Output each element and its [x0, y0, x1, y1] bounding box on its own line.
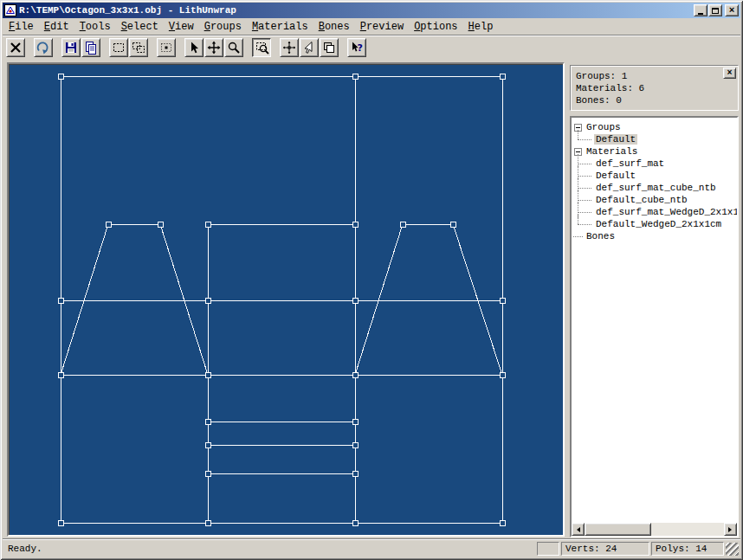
redo-button[interactable] [34, 38, 53, 57]
menu-options[interactable]: Options [409, 19, 462, 35]
tree-item-label: def_surf_mat_WedgeD_2x1x1 [594, 207, 737, 217]
uv-vertex[interactable] [352, 520, 358, 525]
uv-vertex[interactable] [400, 222, 405, 227]
select-rect-multi-button[interactable] [129, 38, 148, 57]
tree-horizontal-scrollbar[interactable] [572, 523, 737, 536]
uv-vertex[interactable] [205, 298, 210, 303]
scrollbar-track[interactable] [585, 523, 724, 536]
app-window: R:\TEMP\Octagon_3x3x1.obj - LithUnwrap ×… [0, 0, 743, 560]
uv-edge [61, 224, 108, 375]
uv-wireframe [9, 64, 563, 535]
arrange-button[interactable] [320, 38, 339, 57]
menu-tools[interactable]: Tools [74, 19, 116, 35]
pointer-button[interactable] [184, 38, 204, 57]
tree-item-groups[interactable]: Groups [572, 121, 737, 133]
move-icon [207, 41, 221, 55]
clear-button[interactable] [6, 38, 25, 57]
uv-vertex[interactable] [58, 74, 63, 79]
uv-vertex[interactable] [205, 471, 210, 476]
tree-connector [573, 236, 583, 237]
polys-count: Polys: 14 [651, 542, 724, 556]
uv-vertex[interactable] [352, 419, 358, 424]
redo-icon [36, 41, 50, 55]
select-point-button[interactable] [157, 38, 176, 57]
tree-item-default-wedged-2x1x1cm[interactable]: Default_WedgeD_2x1x1cm [572, 218, 737, 230]
menu-materials[interactable]: Materials [247, 19, 313, 35]
tree-item-label: Bones [585, 231, 617, 241]
context-help-button[interactable]: ? [347, 38, 366, 57]
tree-item-label: def_surf_mat [594, 158, 666, 169]
uv-vertex[interactable] [500, 372, 505, 377]
context-help-icon: ? [350, 41, 364, 55]
tree-item-def-surf-mat-wedged-2x1x1[interactable]: def_surf_mat_WedgeD_2x1x1 [572, 206, 737, 218]
summary-close-button[interactable]: × [723, 68, 736, 79]
menu-bones[interactable]: Bones [313, 19, 355, 35]
close-icon: × [729, 6, 735, 16]
uv-vertex[interactable] [58, 298, 63, 303]
uv-canvas[interactable] [7, 62, 565, 537]
uv-vertex[interactable] [500, 520, 505, 525]
uv-edge [453, 224, 502, 375]
menu-bar: FileEditToolsSelectViewGroupsMaterialsBo… [3, 18, 740, 35]
maximize-button[interactable] [708, 4, 722, 16]
uv-vertex[interactable] [205, 419, 210, 424]
uv-vertex[interactable] [352, 222, 358, 227]
uv-vertex[interactable] [205, 520, 210, 525]
uv-vertex[interactable] [352, 74, 358, 79]
tree-item-def-surf-mat[interactable]: def_surf_mat [572, 158, 737, 170]
zoom-button[interactable] [224, 38, 243, 57]
uv-vertex[interactable] [352, 471, 358, 476]
uv-vertex[interactable] [450, 222, 455, 227]
tree-item-def-surf-mat-cube-ntb[interactable]: def_surf_mat_cube_ntb [572, 182, 737, 194]
uv-edge [160, 224, 208, 375]
pan-button[interactable] [280, 38, 299, 57]
copy-button[interactable] [81, 38, 100, 57]
menu-file[interactable]: File [3, 19, 39, 35]
tree-item-bones[interactable]: Bones [572, 230, 737, 242]
tree-item-materials[interactable]: Materials [572, 145, 737, 158]
minimize-button[interactable] [694, 4, 707, 16]
uv-vertex[interactable] [205, 442, 210, 447]
uv-vertex[interactable] [58, 520, 63, 525]
status-message: Ready. [8, 544, 42, 554]
tree-item-label: Groups [585, 122, 623, 132]
uv-vertex[interactable] [500, 74, 505, 79]
scene-tree: GroupsDefaultMaterialsdef_surf_matDefaul… [570, 116, 739, 537]
menu-preview[interactable]: Preview [355, 19, 409, 35]
scroll-right-button[interactable] [724, 523, 737, 536]
app-icon [4, 4, 16, 16]
resize-grip[interactable] [726, 543, 739, 556]
uv-vertex[interactable] [352, 298, 358, 303]
scroll-left-button[interactable] [572, 523, 585, 536]
select-rect-multi-icon [132, 41, 145, 55]
menu-select[interactable]: Select [116, 19, 164, 35]
materials-count: Materials: 6 [576, 82, 733, 94]
tree-item-default[interactable]: Default [572, 133, 737, 145]
menu-view[interactable]: View [164, 19, 199, 35]
pointer-icon [187, 41, 201, 55]
tree-item-default[interactable]: Default [572, 170, 737, 182]
tree-item-default-cube-ntb[interactable]: Default_cube_ntb [572, 194, 737, 206]
uv-vertex[interactable] [106, 222, 111, 227]
pointer-outline-button[interactable] [300, 38, 319, 57]
menu-help[interactable]: Help [463, 19, 499, 35]
uv-vertex[interactable] [158, 222, 163, 227]
scrollbar-thumb[interactable] [585, 523, 651, 536]
uv-vertex[interactable] [58, 372, 63, 377]
move-button[interactable] [204, 38, 223, 57]
tree-item-label: Default_cube_ntb [594, 195, 689, 205]
menu-edit[interactable]: Edit [39, 19, 74, 35]
uv-vertex[interactable] [205, 222, 210, 227]
uv-vertex[interactable] [352, 372, 358, 377]
tree-item-label: Materials [585, 146, 639, 157]
save-icon [64, 41, 78, 55]
save-button[interactable] [61, 38, 81, 57]
uv-vertex[interactable] [205, 372, 210, 377]
clear-icon [9, 41, 23, 55]
menu-groups[interactable]: Groups [199, 19, 247, 35]
close-button[interactable]: × [725, 4, 739, 16]
select-rect-button[interactable] [109, 38, 128, 57]
uv-vertex[interactable] [500, 298, 505, 303]
uv-vertex[interactable] [352, 442, 358, 447]
zoom-region-button[interactable] [252, 38, 271, 57]
